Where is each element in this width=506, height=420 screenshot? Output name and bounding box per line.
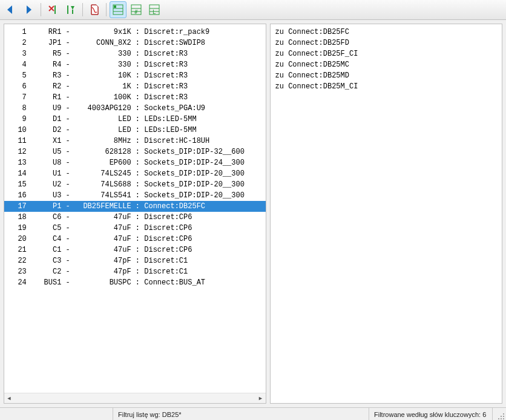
svg-text:L: L — [153, 9, 156, 15]
component-row[interactable]: 7 R1 - 100K : Discret:R3 — [4, 92, 266, 103]
footprint-matches-list[interactable]: zu Connect:DB25FCzu Connect:DB25FDzu Con… — [271, 24, 502, 94]
export-pdf-button[interactable] — [86, 1, 103, 18]
svg-rect-2 — [54, 5, 56, 14]
grid-hash-icon: # — [130, 4, 142, 16]
footprint-matches-panel: zu Connect:DB25FCzu Connect:DB25FDzu Con… — [270, 24, 502, 404]
svg-text:#: # — [134, 9, 138, 15]
x-red-green-icon — [47, 4, 59, 16]
undo-assoc-button[interactable] — [44, 1, 61, 18]
footprint-match-item[interactable]: zu Connect:DB25M_CI — [275, 81, 497, 92]
pdf-icon — [88, 4, 100, 16]
status-empty — [0, 408, 113, 420]
component-row[interactable]: 3 R5 - 330 : Discret:R3 — [4, 48, 266, 59]
horizontal-scrollbar[interactable]: ◄ ► — [4, 393, 266, 403]
status-result: Filtrowane według słów kluczowych: 6 — [369, 408, 493, 420]
toolbar-separator — [82, 3, 83, 16]
status-filter: Filtruj listę wg: DB25* — [113, 408, 369, 420]
footprint-match-item[interactable]: zu Connect:DB25F_CI — [275, 48, 497, 59]
svg-point-22 — [503, 418, 504, 419]
component-row[interactable]: 12 U5 - 628128 : Sockets_DIP:DIP-32__600 — [4, 146, 266, 157]
component-row[interactable]: 11 X1 - 8MHz : Discret:HC-18UH — [4, 136, 266, 146]
arrow-left-icon — [5, 4, 17, 16]
grid-green-icon — [112, 4, 124, 16]
component-row[interactable]: 8 U9 - 4003APG120 : Sockets_PGA:U9 — [4, 103, 266, 114]
svg-rect-4 — [72, 10, 73, 14]
footprint-match-item[interactable]: zu Connect:DB25MC — [275, 59, 497, 70]
toolbar-separator — [41, 3, 41, 16]
component-listing[interactable]: 1 RR1 - 9x1K : Discret:r_pack9 2 JP1 - C… — [4, 24, 266, 393]
footprint-match-item[interactable]: zu Connect:DB25FD — [275, 38, 497, 48]
footprint-match-item[interactable]: zu Connect:DB25MD — [275, 70, 497, 81]
component-row[interactable]: 9 D1 - LED : LEDs:LED-5MM — [4, 114, 266, 125]
scroll-right-button[interactable]: ► — [256, 393, 266, 403]
svg-point-18 — [501, 416, 502, 417]
component-row[interactable]: 20 C4 - 47uF : Discret:CP6 — [4, 234, 266, 244]
scroll-track[interactable] — [14, 393, 256, 403]
component-row[interactable]: 18 C6 - 47uF : Discret:CP6 — [4, 212, 266, 223]
component-row[interactable]: 22 C3 - 47pF : Discret:C1 — [4, 255, 266, 266]
component-row[interactable]: 23 C2 - 47pF : Discret:C1 — [4, 266, 266, 277]
svg-point-17 — [503, 413, 504, 415]
component-row[interactable]: 1 RR1 - 9x1K : Discret:r_pack9 — [4, 27, 266, 38]
forward-button[interactable] — [21, 1, 38, 18]
statusbar: Filtruj listę wg: DB25* Filtrowane wedłu… — [0, 407, 506, 420]
svg-point-20 — [498, 418, 499, 419]
arrow-right-icon — [23, 4, 35, 16]
scroll-left-button[interactable]: ◄ — [4, 393, 14, 403]
view-grouped-button[interactable] — [110, 1, 126, 18]
component-row[interactable]: 15 U2 - 74LS688 : Sockets_DIP:DIP-20__30… — [4, 179, 266, 190]
component-row[interactable]: 16 U3 - 74LS541 : Sockets_DIP:DIP-20__30… — [4, 190, 266, 201]
component-row[interactable]: 5 R3 - 10K : Discret:R3 — [4, 70, 266, 81]
resize-grip[interactable] — [493, 408, 506, 420]
component-row[interactable]: 24 BUS1 - BUSPC : Connect:BUS_AT — [4, 277, 266, 288]
component-row[interactable]: 10 D2 - LED : LEDs:LED-5MM — [4, 125, 266, 136]
svg-rect-8 — [114, 5, 116, 8]
back-button[interactable] — [2, 1, 19, 18]
svg-rect-3 — [67, 5, 68, 14]
component-row[interactable]: 4 R4 - 330 : Discret:R3 — [4, 59, 266, 70]
workspace: 1 RR1 - 9x1K : Discret:r_pack9 2 JP1 - C… — [0, 20, 506, 407]
component-list-panel: 1 RR1 - 9x1K : Discret:r_pack9 2 JP1 - C… — [4, 24, 266, 404]
component-row[interactable]: 6 R2 - 1K : Discret:R3 — [4, 81, 266, 92]
toolbar: #L — [0, 0, 506, 20]
component-row[interactable]: 17 P1 - DB25FEMELLE : Connect:DB25FC — [4, 201, 266, 212]
view-by-ref-button[interactable]: # — [128, 1, 145, 18]
toolbar-separator — [106, 3, 107, 16]
auto-annotate-button[interactable] — [62, 1, 79, 18]
svg-point-21 — [501, 418, 502, 419]
footprint-match-item[interactable]: zu Connect:DB25FC — [275, 27, 497, 38]
component-row[interactable]: 21 C1 - 47uF : Discret:CP6 — [4, 244, 266, 255]
green-down-icon — [65, 4, 77, 16]
component-row[interactable]: 13 U8 - EP600 : Sockets_DIP:DIP-24__300 — [4, 157, 266, 168]
component-row[interactable]: 14 U1 - 74LS245 : Sockets_DIP:DIP-20__30… — [4, 168, 266, 179]
component-row[interactable]: 19 C5 - 47uF : Discret:CP6 — [4, 223, 266, 234]
resize-grip-icon — [498, 413, 505, 420]
view-by-value-button[interactable]: L — [146, 1, 163, 18]
svg-point-19 — [503, 416, 504, 417]
component-row[interactable]: 2 JP1 - CONN_8X2 : Discret:SWDIP8 — [4, 38, 266, 48]
grid-l-icon: L — [148, 4, 160, 16]
